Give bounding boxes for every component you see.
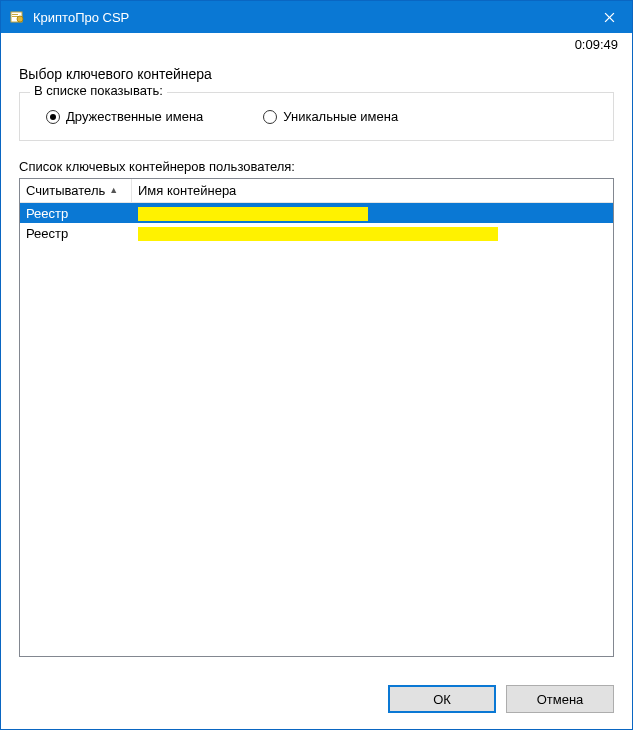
cancel-label: Отмена — [537, 692, 584, 707]
column-reader-label: Считыватель — [26, 183, 105, 198]
column-name[interactable]: Имя контейнера — [132, 179, 613, 202]
countdown-timer: 0:09:49 — [1, 33, 632, 52]
cell-name — [132, 225, 613, 241]
svg-rect-2 — [12, 16, 18, 17]
group-legend: В списке показывать: — [30, 83, 167, 98]
titlebar[interactable]: КриптоПро CSP — [1, 1, 632, 33]
display-mode-group: В списке показывать: Дружественные имена… — [19, 92, 614, 141]
column-name-label: Имя контейнера — [138, 183, 236, 198]
list-rows: Реестр Реестр — [20, 203, 613, 656]
table-row[interactable]: Реестр — [20, 203, 613, 223]
cell-reader: Реестр — [20, 226, 132, 241]
cell-reader: Реестр — [20, 206, 132, 221]
container-list[interactable]: Считыватель ▲ Имя контейнера Реестр Реес… — [19, 178, 614, 657]
radio-friendly-names[interactable]: Дружественные имена — [46, 109, 203, 124]
radio-dot-icon — [46, 110, 60, 124]
dialog-window: КриптоПро CSP 0:09:49 Выбор ключевого ко… — [0, 0, 633, 730]
table-row[interactable]: Реестр — [20, 223, 613, 243]
radio-unique-names[interactable]: Уникальные имена — [263, 109, 398, 124]
ok-label: ОК — [433, 692, 451, 707]
ok-button[interactable]: ОК — [388, 685, 496, 713]
redacted-highlight — [138, 207, 368, 221]
radio-friendly-label: Дружественные имена — [66, 109, 203, 124]
radio-dot-icon — [263, 110, 277, 124]
window-title: КриптоПро CSP — [33, 10, 129, 25]
list-label: Список ключевых контейнеров пользователя… — [19, 159, 614, 174]
close-button[interactable] — [586, 1, 632, 33]
svg-point-3 — [17, 16, 23, 22]
dialog-body: Выбор ключевого контейнера В списке пока… — [1, 52, 632, 671]
sort-ascending-icon: ▲ — [109, 185, 118, 195]
button-row: ОК Отмена — [1, 671, 632, 729]
svg-rect-1 — [12, 14, 18, 15]
radio-unique-label: Уникальные имена — [283, 109, 398, 124]
list-header: Считыватель ▲ Имя контейнера — [20, 179, 613, 203]
page-title: Выбор ключевого контейнера — [19, 66, 614, 82]
certificate-icon — [9, 9, 25, 25]
cell-name — [132, 205, 613, 221]
column-reader[interactable]: Считыватель ▲ — [20, 179, 132, 202]
timer-value: 0:09:49 — [575, 37, 618, 52]
redacted-highlight — [138, 227, 498, 241]
cancel-button[interactable]: Отмена — [506, 685, 614, 713]
